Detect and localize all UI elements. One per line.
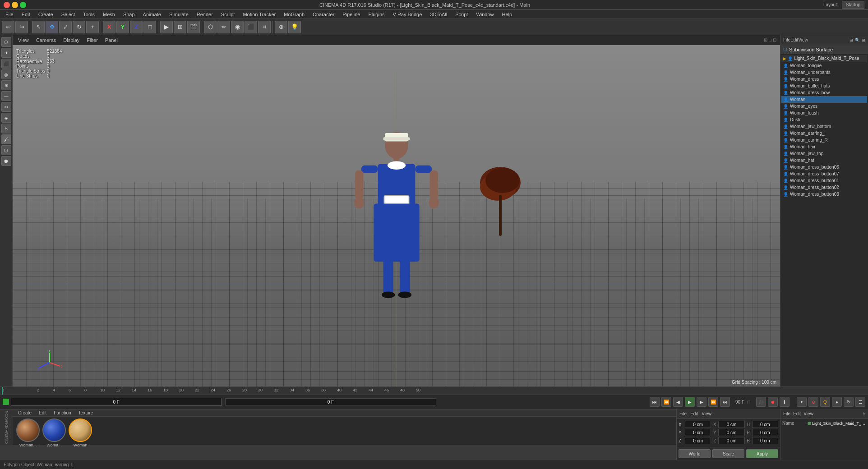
menu-simulate[interactable]: Simulate (166, 11, 192, 18)
material-ball-1[interactable] (16, 418, 40, 442)
timeline-ruler[interactable]: 0 2 4 6 8 10 12 14 16 18 20 22 24 26 (0, 387, 868, 395)
tc-btn-info[interactable]: ℹ (780, 397, 790, 407)
rpanel-view-tab[interactable]: View (798, 37, 808, 42)
rpanel-expand-icon[interactable]: ⊞ (862, 38, 865, 42)
tc-btn-q[interactable]: Q (820, 397, 830, 407)
menu-3dtoall[interactable]: 3DToAll (426, 11, 451, 18)
material-ball-3[interactable] (69, 418, 92, 442)
goto-start-btn[interactable]: ⏮ (650, 397, 660, 407)
tree-item-jaw-bottom[interactable]: 👤 Woman_jaw_bottom (781, 123, 867, 130)
layout-value[interactable]: Startup (842, 1, 864, 9)
viewport-menu-display[interactable]: Display (61, 37, 81, 44)
y-pos-input[interactable] (685, 429, 711, 436)
p-input[interactable] (752, 429, 778, 436)
object-mode-btn[interactable]: ⬡ (204, 21, 217, 33)
left-tool-10[interactable]: 🖌 (1, 134, 11, 144)
tree-item-btn02[interactable]: 👤 Woman_dress_button02 (781, 184, 867, 191)
point-mode-btn[interactable]: ⬛ (245, 21, 257, 33)
tc-btn-loop[interactable]: ↻ (844, 397, 854, 407)
tree-item-tongue[interactable]: 👤 Woman_tongue (781, 62, 867, 69)
menu-help[interactable]: Help (499, 11, 516, 18)
tree-item-earring-r[interactable]: 👤 Woman_earring_R (781, 137, 867, 143)
menu-motion-tracker[interactable]: Motion Tracker (239, 11, 279, 18)
rpanel-search-icon[interactable]: 🔍 (855, 38, 860, 42)
menu-character[interactable]: Character (309, 11, 338, 18)
tree-item-dress[interactable]: 👤 Woman_dress (781, 76, 867, 83)
transform-view-tab[interactable]: View (702, 411, 711, 416)
scale-button[interactable]: Scale (712, 449, 744, 458)
tree-item-woman[interactable]: 👤 Woman (781, 96, 867, 103)
rbp-view[interactable]: View (803, 411, 813, 416)
mat-menu-edit[interactable]: Edit (37, 409, 48, 416)
tree-item-ballet-hats[interactable]: 👤 Woman_ballet_hats (781, 83, 867, 89)
undo-button[interactable]: ↩ (2, 21, 14, 33)
menu-sculpt[interactable]: Sculpt (217, 11, 239, 18)
viewport-menu-view[interactable]: View (16, 37, 31, 44)
z-size-input[interactable] (718, 437, 744, 444)
apply-button[interactable]: Apply (746, 449, 778, 458)
tc-btn-marker[interactable]: ♦ (832, 397, 842, 407)
menu-pipeline[interactable]: Pipeline (339, 11, 364, 18)
z-pos-input[interactable] (685, 437, 711, 444)
menu-render[interactable]: Render (193, 11, 217, 18)
world-button[interactable]: World (679, 449, 711, 458)
z-axis-btn[interactable]: Z (130, 21, 143, 33)
left-tool-2[interactable]: ✦ (1, 48, 11, 58)
menu-mograph[interactable]: MoGraph (280, 11, 308, 18)
render-region-btn[interactable]: ⊞ (174, 21, 186, 33)
x-pos-input[interactable] (685, 421, 711, 428)
tc-btn-camera[interactable]: 🎥 (756, 397, 766, 407)
tree-item-hat[interactable]: 👤 Woman_hat (781, 157, 867, 164)
left-tool-5[interactable]: ⊞ (1, 80, 11, 90)
left-tool-3[interactable]: ⬛ (1, 59, 11, 69)
rpanel-edit-tab[interactable]: Edit (790, 37, 798, 42)
viewport-menu-panel[interactable]: Panel (103, 37, 120, 44)
mat-menu-texture[interactable]: Texture (77, 409, 95, 416)
menu-create[interactable]: Create (35, 11, 57, 18)
tree-item-leash[interactable]: 👤 Woman_leash (781, 110, 867, 116)
snap-btn[interactable]: ⊕ (275, 21, 287, 33)
frame-current-input[interactable] (11, 398, 222, 406)
cube-btn[interactable]: ◻ (143, 21, 156, 33)
tc-btn-snap[interactable]: ✦ (797, 397, 807, 407)
rbp-edit[interactable]: Edit (793, 411, 801, 416)
x-size-input[interactable] (718, 421, 744, 428)
cursor-tool[interactable]: ↖ (32, 21, 45, 33)
transform-edit-tab[interactable]: Edit (690, 411, 698, 416)
menu-tools[interactable]: Tools (79, 11, 98, 18)
minimize-button[interactable] (12, 2, 18, 8)
menu-mesh[interactable]: Mesh (99, 11, 119, 18)
tree-item-eyes[interactable]: 👤 Woman_eyes (781, 103, 867, 110)
light-btn[interactable]: 💡 (288, 21, 301, 33)
b-input[interactable] (752, 437, 778, 444)
menu-select[interactable]: Select (58, 11, 79, 18)
material-item-3[interactable]: Woman (69, 418, 92, 447)
tree-item-earring-l[interactable]: 👤 Woman_earring_l (781, 130, 867, 137)
h-input[interactable] (752, 421, 778, 428)
y-size-input[interactable] (718, 429, 744, 436)
playhead[interactable] (2, 387, 3, 395)
viewport[interactable]: View Cameras Display Filter Panel ⊞ □ ⊡ (13, 35, 780, 386)
tree-item-underpants[interactable]: 👤 Woman_underpants (781, 69, 867, 76)
render-to-picture-btn[interactable]: 🎬 (187, 21, 200, 33)
move-tool[interactable]: ✥ (46, 21, 58, 33)
viewport-menu-cameras[interactable]: Cameras (34, 37, 58, 44)
transform-file-tab[interactable]: File (679, 411, 687, 416)
play-btn[interactable]: ▶ (685, 397, 695, 407)
tree-item-btn03[interactable]: 👤 Woman_dress_button03 (781, 191, 867, 198)
viewport-canvas[interactable]: Triangles521884 Quads0 Lines333 Points0 … (13, 45, 780, 386)
tree-root-item[interactable]: ▶ 👤 Light_Skin_Black_Maid_T_Pose (781, 55, 867, 62)
poly-mode-btn[interactable]: ✏ (217, 21, 230, 33)
frame-start-input[interactable] (225, 398, 436, 405)
render-btn[interactable]: ▶ (160, 21, 173, 33)
x-axis-btn[interactable]: X (103, 21, 115, 33)
menu-window[interactable]: Window (472, 11, 497, 18)
material-item-2[interactable]: Woma... (42, 418, 66, 447)
mat-menu-create[interactable]: Create (16, 409, 33, 416)
left-tool-7[interactable]: ✂ (1, 102, 11, 112)
tree-item-jaw-top[interactable]: 👤 Woman_jaw_top (781, 150, 867, 157)
menu-plugins[interactable]: Plugins (365, 11, 388, 18)
redo-button[interactable]: ↪ (15, 21, 28, 33)
tc-btn-record[interactable]: ⏺ (768, 397, 778, 407)
rpanel-file-tab[interactable]: File (783, 37, 790, 42)
